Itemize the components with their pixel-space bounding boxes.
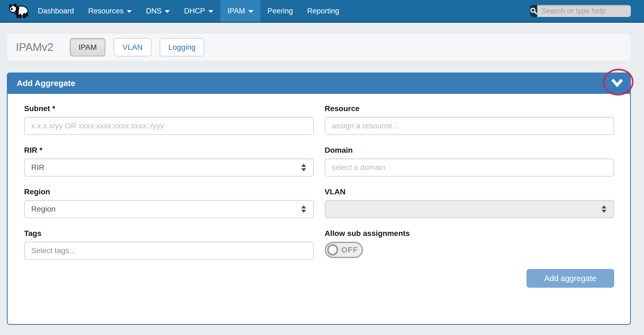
search-addon	[530, 5, 537, 17]
rir-field-group: RIR * RIR	[24, 146, 314, 177]
caret-down-icon	[127, 10, 132, 13]
resource-label: Resource	[325, 104, 614, 113]
logging-tab-button[interactable]: Logging	[160, 38, 205, 56]
allow-sub-assignments-label: Allow sub assignments	[325, 229, 614, 238]
panda-logo[interactable]	[8, 0, 30, 22]
panda-logo-icon	[8, 2, 29, 20]
add-aggregate-panel-heading[interactable]: Add Aggregate	[7, 73, 631, 94]
form-column-left: Subnet * RIR * RIR Region Region	[24, 104, 314, 288]
page-title: IPAMv2	[16, 41, 53, 53]
nav-spacer	[346, 0, 530, 22]
nav-item-label: Resources	[88, 7, 123, 15]
toggle-state-label: OFF	[341, 246, 358, 255]
nav-item-label: IPAM	[228, 7, 245, 15]
caret-down-icon	[248, 10, 253, 13]
nav-item-label: Peering	[268, 7, 293, 15]
domain-input[interactable]	[325, 158, 614, 177]
ipam-tab-button[interactable]: IPAM	[70, 38, 105, 56]
subnet-field-group: Subnet *	[24, 104, 314, 135]
allow-sub-assignments-toggle[interactable]: OFF	[325, 242, 363, 258]
nav-item-peering[interactable]: Peering	[260, 0, 300, 22]
add-aggregate-button[interactable]: Add aggregate	[527, 269, 614, 288]
region-select-value: Region	[31, 205, 56, 213]
region-select[interactable]: Region	[24, 200, 314, 218]
nav-item-dashboard[interactable]: Dashboard	[31, 0, 81, 22]
submit-row: Add aggregate	[325, 269, 614, 288]
nav-item-label: DNS	[146, 7, 162, 15]
vlan-select	[325, 200, 614, 218]
add-aggregate-panel: Add Aggregate Subnet * RIR * RIR	[7, 73, 631, 325]
chevron-down-icon	[612, 79, 623, 88]
rir-label: RIR *	[24, 146, 314, 155]
resource-field-group: Resource	[325, 104, 614, 135]
ipam-toolbar: IPAMv2 IPAM VLAN Logging	[7, 34, 631, 61]
domain-label: Domain	[325, 146, 614, 155]
vlan-field-group: VLAN	[325, 187, 614, 218]
region-label: Region	[24, 187, 314, 196]
vlan-label: VLAN	[325, 187, 614, 196]
resource-input[interactable]	[325, 117, 614, 135]
caret-down-icon	[208, 10, 213, 13]
nav-item-dhcp[interactable]: DHCP	[177, 0, 220, 22]
nav-item-resources[interactable]: Resources	[81, 0, 139, 22]
panel-collapse-button[interactable]	[611, 77, 623, 89]
search-icon	[530, 7, 537, 15]
nav-item-reporting[interactable]: Reporting	[300, 0, 346, 22]
nav-item-label: Reporting	[307, 7, 339, 15]
subnet-input[interactable]	[24, 117, 314, 135]
panel-title: Add Aggregate	[17, 79, 75, 88]
nav-item-label: Dashboard	[38, 7, 74, 15]
search-input[interactable]	[537, 5, 631, 17]
nav-item-dns[interactable]: DNS	[139, 0, 177, 22]
toolbar-buttons: IPAM VLAN Logging	[70, 38, 204, 56]
form-column-right: Resource Domain VLAN	[325, 104, 614, 288]
vlan-tab-button[interactable]: VLAN	[114, 38, 151, 56]
select-arrows-icon	[602, 206, 606, 213]
tags-field-group: Tags	[24, 229, 314, 260]
tags-input[interactable]	[24, 242, 314, 260]
rir-select[interactable]: RIR	[24, 158, 314, 177]
nav-item-ipam[interactable]: IPAM	[220, 0, 260, 22]
select-arrows-icon	[301, 164, 306, 171]
toggle-knob	[327, 244, 338, 256]
region-field-group: Region Region	[24, 187, 314, 218]
add-aggregate-form: Subnet * RIR * RIR Region Region	[7, 94, 631, 325]
caret-down-icon	[165, 10, 170, 13]
search-group	[530, 5, 631, 17]
tags-label: Tags	[24, 229, 314, 238]
domain-field-group: Domain	[325, 146, 614, 177]
allow-sub-assignments-group: Allow sub assignments OFF	[325, 229, 614, 258]
navbar: Dashboard Resources DNS DHCP IPAM Peerin…	[0, 0, 644, 23]
rir-select-value: RIR	[31, 163, 44, 172]
subnet-label: Subnet *	[24, 104, 314, 113]
nav-item-label: DHCP	[184, 7, 205, 15]
nav-items: Dashboard Resources DNS DHCP IPAM Peerin…	[31, 0, 346, 22]
select-arrows-icon	[301, 206, 306, 213]
